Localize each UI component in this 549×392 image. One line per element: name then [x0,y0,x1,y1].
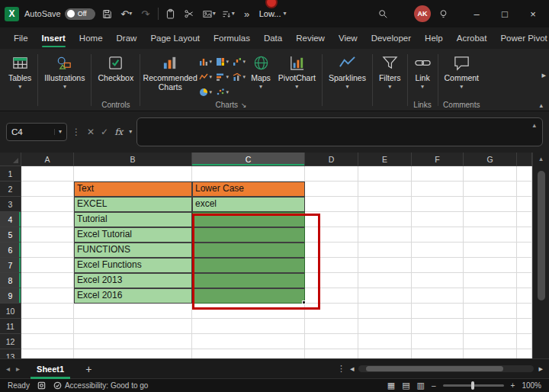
cell-A9[interactable] [21,288,74,304]
page-layout-view-button[interactable]: ▤ [402,381,409,390]
cell-E9[interactable] [358,288,412,304]
row-header-5[interactable]: 5 [0,227,21,243]
row-header-7[interactable]: 7 [0,258,21,273]
scatter-chart-button[interactable]: ▾ [214,85,230,99]
column-chart-button[interactable]: ▾ [197,54,214,69]
cell-2[interactable] [517,182,532,197]
cell-A8[interactable] [21,273,74,288]
cell-11[interactable] [517,319,532,334]
cell-B13[interactable] [74,349,192,358]
cell-F5[interactable] [412,227,464,243]
horizontal-scroll-thumb[interactable] [366,366,503,371]
cell-F9[interactable] [412,288,464,304]
pie-chart-button[interactable]: ▾ [197,85,214,99]
cell-D6[interactable] [305,243,358,258]
cell-E13[interactable] [358,349,412,358]
cell-C1[interactable] [192,166,305,182]
cell-E11[interactable] [358,319,412,334]
combo-chart-button[interactable]: ▾ [231,69,247,84]
autosave-toggle[interactable]: AutoSave Off [24,8,95,20]
cell-8[interactable] [517,273,532,288]
row-header-3[interactable]: 3 [0,197,21,212]
tab-power-pivot[interactable]: Power Pivot [494,27,549,49]
more-sheets-icon[interactable]: ⋮ [337,364,345,374]
cell-G3[interactable] [464,197,517,212]
column-header-D[interactable]: D [305,153,358,166]
cell-B4[interactable]: Tutorial [74,212,192,227]
cell-B2[interactable]: Text [74,182,192,197]
cell-A4[interactable] [21,212,74,227]
cell-G8[interactable] [464,273,517,288]
undo-button[interactable]: ↶ ▾ [120,7,133,21]
zoom-in-button[interactable]: + [511,381,515,390]
waterfall-chart-button[interactable]: ▾ [231,54,247,69]
cell-D2[interactable] [305,182,358,197]
tab-review[interactable]: Review [290,27,331,49]
cell-4[interactable] [517,212,532,227]
cancel-entry-button[interactable]: ✕ [87,127,95,137]
cell-D1[interactable] [305,166,358,182]
cell-E7[interactable] [358,258,412,273]
redo-button[interactable]: ↷ [139,7,152,21]
cell-C3[interactable]: excel [192,197,305,212]
cell-C4[interactable] [192,212,305,227]
cell-D4[interactable] [305,212,358,227]
cell-E4[interactable] [358,212,412,227]
cell-F3[interactable] [412,197,464,212]
document-title-button[interactable]: Low... ▾ [259,9,287,18]
cell-C7[interactable] [192,258,305,273]
tab-acrobat[interactable]: Acrobat [451,27,493,49]
cell-A11[interactable] [21,319,74,334]
tab-data[interactable]: Data [258,27,288,49]
tab-draw[interactable]: Draw [111,27,143,49]
collapse-ribbon-button[interactable]: ▴ [539,101,543,109]
cell-A12[interactable] [21,334,74,349]
row-header-4[interactable]: 4 [0,212,21,227]
expand-formula-bar-button[interactable]: ▴ [532,121,536,129]
cell-C2[interactable]: Lower Case [192,182,305,197]
cell-G13[interactable] [464,349,517,358]
maximize-button[interactable]: □ [493,4,516,24]
cell-9[interactable] [517,288,532,304]
column-header-F[interactable]: F [412,153,464,166]
recommended-charts-button[interactable]: Recommended Charts [143,51,197,92]
ribbon-more-button[interactable]: ▸ [541,70,546,80]
cell-A2[interactable] [21,182,74,197]
tab-file[interactable]: File [8,27,34,49]
maps-button[interactable]: Maps ▾ [247,51,274,90]
charts-dialog-launcher[interactable]: ↘ [241,101,247,109]
cell-F7[interactable] [412,258,464,273]
cell-D13[interactable] [305,349,358,358]
minimize-button[interactable]: – [465,4,488,24]
zoom-slider[interactable] [443,384,504,387]
column-header-partial[interactable] [517,153,532,166]
tab-insert[interactable]: Insert [36,27,72,49]
cell-A6[interactable] [21,243,74,258]
accessibility-status[interactable]: Accessibility: Good to go [53,381,149,390]
confirm-entry-button[interactable]: ✓ [101,127,108,137]
clipboard-button[interactable] [164,7,178,21]
cell-D8[interactable] [305,273,358,288]
name-box[interactable]: C4 ▾ [6,123,67,141]
illustrations-button[interactable]: Illustrations ▾ [40,51,88,90]
cell-B5[interactable]: Excel Tutorial [74,227,192,243]
fill-handle[interactable] [302,300,306,304]
column-header-G[interactable]: G [464,153,517,166]
cell-E3[interactable] [358,197,412,212]
zoom-slider-thumb[interactable] [471,381,474,390]
scroll-right-button[interactable]: ▸ [538,364,543,374]
cell-B10[interactable] [74,304,192,319]
link-button[interactable]: Link ▾ [410,51,435,90]
cell-B1[interactable] [74,166,192,182]
cell-E12[interactable] [358,334,412,349]
cell-F6[interactable] [412,243,464,258]
cell-F4[interactable] [412,212,464,227]
cell-G7[interactable] [464,258,517,273]
cell-12[interactable] [517,334,532,349]
cell-D10[interactable] [305,304,358,319]
column-header-A[interactable]: A [21,153,74,166]
cell-A7[interactable] [21,258,74,273]
cell-F8[interactable] [412,273,464,288]
tab-developer[interactable]: Developer [365,27,417,49]
tab-sheet1[interactable]: Sheet1 [26,359,75,379]
